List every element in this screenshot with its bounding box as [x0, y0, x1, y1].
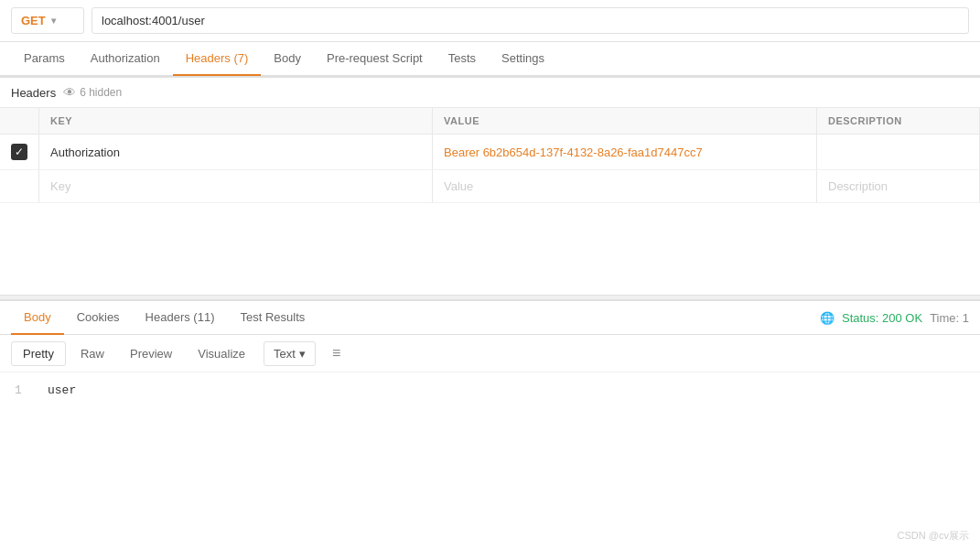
placeholder-desc-cell[interactable]: Description: [817, 170, 980, 203]
headers-table: KEY VALUE DESCRIPTION ✓ Authorization Be…: [0, 108, 980, 203]
response-info: 🌐 Status: 200 OK Time: 1: [820, 311, 969, 325]
status-badge: Status: 200 OK: [842, 311, 922, 325]
col-checkbox: [0, 108, 39, 135]
eye-icon: 👁: [63, 85, 76, 100]
row-checkbox-cell[interactable]: ✓: [0, 135, 39, 170]
request-tab-nav: Params Authorization Headers (7) Body Pr…: [0, 42, 980, 78]
row-key-text: Authorization: [50, 146, 120, 159]
checkbox-checked[interactable]: ✓: [11, 144, 27, 160]
tab-pre-request-script[interactable]: Pre-request Script: [314, 42, 436, 76]
method-selector[interactable]: GET ▾: [11, 7, 84, 34]
wrap-button[interactable]: ≡: [325, 340, 348, 366]
placeholder-checkbox-cell: [0, 170, 39, 203]
headers-section-header: Headers 👁 6 hidden: [0, 78, 980, 108]
tab-params[interactable]: Params: [11, 42, 78, 76]
response-tab-body[interactable]: Body: [11, 301, 64, 335]
visualize-button[interactable]: Visualize: [187, 342, 256, 365]
time-label: Time: 1: [930, 311, 969, 325]
url-input[interactable]: [92, 7, 969, 34]
response-line: 1 user: [15, 383, 965, 397]
table-placeholder-row: Key Value Description: [0, 170, 980, 203]
placeholder-key-text: Key: [50, 179, 70, 193]
preview-button[interactable]: Preview: [119, 342, 183, 365]
tab-tests[interactable]: Tests: [436, 42, 489, 76]
table-row: ✓ Authorization Bearer 6b2b654d-137f-413…: [0, 135, 980, 170]
tab-settings[interactable]: Settings: [489, 42, 557, 76]
tab-body[interactable]: Body: [261, 42, 314, 76]
row-value-cell[interactable]: Bearer 6b2b654d-137f-4132-8a26-faa1d7447…: [433, 135, 817, 170]
row-value-text: Bearer 6b2b654d-137f-4132-8a26-faa1d7447…: [444, 146, 703, 159]
empty-space: [0, 203, 980, 295]
response-tab-headers[interactable]: Headers (11): [133, 301, 228, 335]
response-section: Body Cookies Headers (11) Test Results 🌐…: [0, 300, 980, 408]
response-tab-test-results[interactable]: Test Results: [227, 301, 318, 335]
col-description: DESCRIPTION: [817, 108, 980, 135]
checkmark-icon: ✓: [15, 146, 24, 158]
row-key-cell[interactable]: Authorization: [39, 135, 433, 170]
col-key: KEY: [39, 108, 433, 135]
chevron-down-icon: ▾: [51, 16, 56, 26]
hidden-count-label: 6 hidden: [80, 86, 122, 99]
raw-button[interactable]: Raw: [70, 342, 115, 365]
hidden-badge[interactable]: 👁 6 hidden: [63, 85, 122, 100]
tab-authorization[interactable]: Authorization: [78, 42, 173, 76]
tab-headers[interactable]: Headers (7): [173, 42, 262, 76]
line-number: 1: [15, 383, 33, 397]
response-body: 1 user: [0, 372, 980, 408]
placeholder-value-text: Value: [444, 179, 473, 193]
format-type-selector[interactable]: Text ▾: [264, 341, 316, 366]
format-type-label: Text: [274, 347, 296, 361]
headers-label: Headers: [11, 86, 56, 100]
placeholder-desc-text: Description: [828, 179, 888, 193]
col-value: VALUE: [433, 108, 817, 135]
response-tab-cookies[interactable]: Cookies: [64, 301, 133, 335]
response-tab-nav: Body Cookies Headers (11) Test Results 🌐…: [0, 301, 980, 335]
placeholder-key-cell[interactable]: Key: [39, 170, 433, 203]
globe-icon: 🌐: [820, 311, 835, 325]
format-bar: Pretty Raw Preview Visualize Text ▾ ≡: [0, 335, 980, 372]
pretty-button[interactable]: Pretty: [11, 341, 66, 366]
method-label: GET: [21, 14, 46, 27]
url-bar: GET ▾: [0, 0, 980, 42]
row-desc-cell[interactable]: [817, 135, 980, 170]
placeholder-value-cell[interactable]: Value: [433, 170, 817, 203]
chevron-down-icon: ▾: [299, 347, 306, 361]
line-content: user: [48, 383, 76, 397]
